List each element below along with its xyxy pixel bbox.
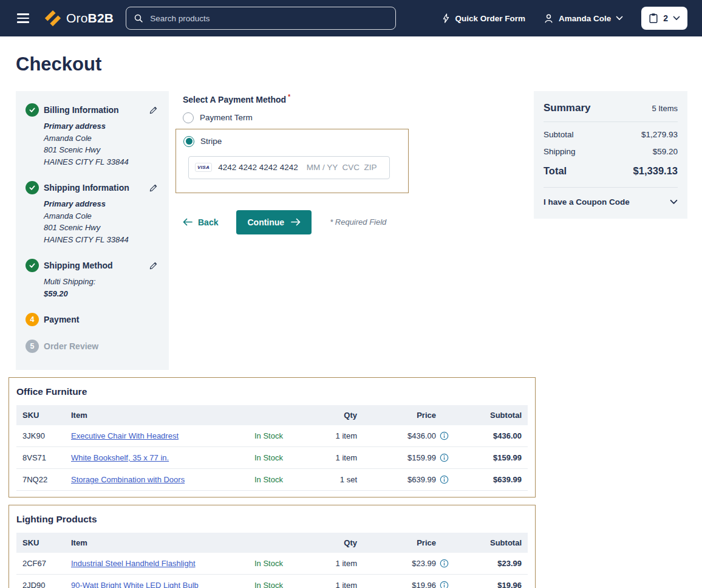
order-items-table: SKU Item Qty Price Subtotal 2CF67 Indust… [16, 533, 528, 588]
summary-title: Summary [544, 102, 590, 114]
info-icon[interactable] [440, 475, 449, 484]
info-icon[interactable] [440, 581, 449, 588]
summary-subtotal-row: Subtotal $1,279.93 [544, 130, 678, 139]
product-link[interactable]: Storage Combination with Doors [71, 475, 185, 484]
step-done-icon [26, 103, 39, 117]
oro-diamond-icon [44, 9, 62, 27]
table-row: 7NQ22 Storage Combination with Doors In … [16, 469, 528, 491]
radio-selected-icon [183, 136, 194, 147]
payment-option-payment-term[interactable]: Payment Term [176, 109, 527, 126]
card-number-input[interactable]: VISA 4242 4242 4242 4242 MM / YY CVC ZIP [188, 156, 390, 179]
subtotal-cell: $639.99 [455, 469, 528, 491]
payment-option-stripe[interactable]: Stripe [183, 133, 401, 150]
price-cell: $639.99 [373, 469, 455, 491]
step-shipping-information: Shipping Information Primary address Ama… [26, 181, 159, 245]
payment-method-title: Select A Payment Method* [183, 94, 527, 104]
checkout-main: Billing Information Primary address Aman… [16, 91, 687, 370]
checkout-actions: Back Continue * Required Field [183, 210, 527, 234]
checkout-steps-sidebar: Billing Information Primary address Aman… [16, 91, 169, 370]
stock-status: In Stock [248, 553, 309, 575]
summary-total-row: Total $1,339.13 [544, 165, 678, 188]
cart-count: 2 [663, 13, 668, 23]
sku-cell: 2CF67 [16, 553, 65, 575]
qty-cell: 1 item [309, 425, 373, 447]
user-icon [544, 13, 554, 24]
step-payment: 4 Payment [26, 313, 159, 326]
continue-button[interactable]: Continue [236, 210, 312, 234]
column-header-qty: Qty [309, 405, 373, 425]
pencil-icon [149, 183, 158, 193]
summary-panel: Summary 5 Items Subtotal $1,279.93 Shipp… [534, 91, 687, 219]
column-header-item: Item [65, 533, 248, 553]
search-box [126, 7, 396, 30]
table-header-row: SKU Item Qty Price Subtotal [16, 533, 528, 553]
payment-section: Select A Payment Method* Payment Term St… [176, 91, 527, 234]
column-header-sku: SKU [16, 533, 65, 553]
step-order-review: 5 Order Review [26, 340, 159, 353]
step-current-badge: 4 [26, 313, 39, 326]
summary-items-count: 5 Items [652, 104, 678, 113]
edit-shipping-button[interactable] [148, 182, 159, 194]
info-icon[interactable] [440, 431, 449, 440]
price-cell: $159.99 [373, 447, 455, 469]
qty-cell: 1 set [309, 469, 373, 491]
chevron-down-icon [673, 16, 680, 21]
search-icon [134, 13, 143, 23]
quick-order-link[interactable]: Quick Order Form [442, 13, 525, 23]
user-menu[interactable]: Amanda Cole [544, 13, 623, 24]
search-input[interactable] [149, 13, 388, 24]
qty-cell: 1 item [309, 553, 373, 575]
checkout-page: OroB2B Quick Order Form Amanda Cole 2 Ch… [0, 0, 702, 588]
logo[interactable]: OroB2B [44, 9, 114, 27]
table-row: 2CF67 Industrial Steel Handheld Flashlig… [16, 553, 528, 575]
sku-cell: 8VS71 [16, 447, 65, 469]
coupon-toggle[interactable]: I have a Coupon Code [544, 197, 678, 207]
stripe-option-box: Stripe VISA 4242 4242 4242 4242 MM / YY … [176, 129, 409, 193]
lightning-icon [442, 13, 450, 23]
sku-cell: 2JD90 [16, 575, 65, 588]
card-expiry-cvc-zip-placeholder: MM / YY CVC ZIP [307, 163, 377, 172]
subtotal-cell: $19.96 [455, 575, 528, 588]
qty-cell: 1 item [309, 575, 373, 588]
subtotal-cell: $23.99 [455, 553, 528, 575]
stock-status: In Stock [248, 575, 309, 588]
arrow-left-icon [183, 218, 193, 226]
step-done-icon [26, 181, 39, 194]
edit-shipping-method-button[interactable] [148, 260, 159, 272]
required-asterisk: * [288, 94, 290, 100]
info-icon[interactable] [440, 453, 449, 462]
stock-status: In Stock [248, 469, 309, 491]
column-header-subtotal: Subtotal [455, 533, 528, 553]
step-done-icon [26, 259, 39, 272]
shopping-list-button[interactable]: 2 [641, 7, 687, 30]
arrow-right-icon [291, 218, 301, 226]
order-group-lighting-products: Lighting Products SKU Item Qty Price Sub… [9, 505, 536, 588]
chevron-down-icon [670, 199, 678, 205]
sku-cell: 7NQ22 [16, 469, 65, 491]
back-button[interactable]: Back [183, 217, 218, 227]
group-title: Office Furniture [16, 378, 528, 405]
info-icon[interactable] [440, 559, 449, 568]
column-header-price: Price [373, 533, 455, 553]
price-cell: $436.00 [373, 425, 455, 447]
product-link[interactable]: Executive Chair With Headrest [71, 431, 179, 440]
page-title: Checkout [16, 53, 687, 75]
pencil-icon [149, 106, 158, 115]
chevron-down-icon [616, 16, 623, 21]
product-link[interactable]: Industrial Steel Handheld Flashlight [71, 559, 196, 568]
table-row: 2JD90 90-Watt Bright White LED Light Bul… [16, 575, 528, 588]
edit-billing-button[interactable] [148, 104, 159, 116]
stock-status: In Stock [248, 447, 309, 469]
logo-text: OroB2B [66, 11, 114, 26]
menu-button[interactable] [15, 11, 32, 26]
summary-shipping-row: Shipping $59.20 [544, 147, 678, 156]
group-title: Lighting Products [16, 505, 528, 533]
clipboard-icon [649, 13, 658, 24]
navbar-right: Quick Order Form Amanda Cole 2 [442, 7, 687, 30]
step-shipping-method: Shipping Method Multi Shipping: $59.20 [26, 259, 159, 299]
table-row: 3JK90 Executive Chair With Headrest In S… [16, 425, 528, 447]
product-link[interactable]: White Bookshelf, 35 x 77 in. [71, 453, 169, 462]
required-field-note: * Required Field [330, 217, 386, 227]
qty-cell: 1 item [309, 447, 373, 469]
product-link[interactable]: 90-Watt Bright White LED Light Bulb [71, 581, 199, 588]
